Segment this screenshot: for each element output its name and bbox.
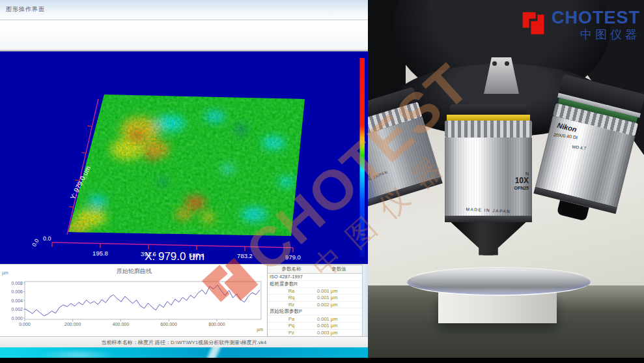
x-tick-label: 783.2 xyxy=(237,252,253,259)
col-param-value: 参数值 xyxy=(315,265,363,274)
y-origin-label: 0.0 xyxy=(43,235,51,242)
param-value: 0.001 µm xyxy=(315,315,363,323)
objective-ofn: OFN25 xyxy=(514,186,529,191)
param-name: Pa xyxy=(268,315,315,323)
profile-chart[interactable]: 0.0080.0060.0040.0020.0000.000200.000400… xyxy=(0,274,268,334)
screw-icon xyxy=(505,61,509,66)
analysis-area: 原始轮廓曲线 µm 0.0080.0060.0040.0020.0000.000… xyxy=(0,264,368,337)
surface-texture xyxy=(59,87,313,259)
param-row[interactable]: Rq0.001 µm xyxy=(268,295,363,302)
profile-x-tick: 400.000 xyxy=(113,322,129,327)
wallpaper-glow xyxy=(39,349,117,358)
surface-3d-plot: 195.8391.6587.4783.2979.0 0.0 0.0 X: 979… xyxy=(0,51,368,264)
objective-body: N 10X OFN25 MADE IN JAPAN xyxy=(445,138,532,216)
param-section-label: 原始轮廓参数P xyxy=(268,308,363,315)
objective-spec: 20X/0.40 DI xyxy=(553,132,578,139)
screenshot-root: 图形操作界面 xyxy=(0,0,644,363)
surface-3d-view[interactable]: 195.8391.6587.4783.2979.0 0.0 0.0 X: 979… xyxy=(0,51,368,264)
profile-x-tick: 200.000 xyxy=(64,322,81,327)
bottom-black-bar xyxy=(0,358,644,363)
param-row[interactable]: Rz0.002 µm xyxy=(268,301,363,308)
profile-x-tick: 0.000 xyxy=(19,322,31,327)
knurled-ring xyxy=(445,121,532,138)
microscope-photo: 50/ IN JAPAN Nikon 20X/0.40 DI WD 4.7 xyxy=(368,0,644,363)
objective-brand: Nikon xyxy=(556,121,578,134)
param-row[interactable]: Pa0.001 µm xyxy=(268,315,363,323)
z-colorbar xyxy=(360,58,365,257)
param-name: Pz xyxy=(268,329,315,336)
x-axis-line xyxy=(52,242,293,248)
param-section-row[interactable]: ISO 4287-1997 xyxy=(268,274,363,281)
sample-pedestal xyxy=(438,293,557,323)
objective-cap xyxy=(450,104,527,115)
param-value: 0.001 µm xyxy=(315,295,363,302)
sample-disc-rim xyxy=(407,267,591,294)
objective-center: N 10X OFN25 MADE IN JAPAN xyxy=(445,104,532,269)
objective-text-block: N 10X OFN25 xyxy=(514,171,529,191)
profile-x-unit: µm xyxy=(257,327,263,332)
x-tick-label: 979.0 xyxy=(285,254,301,261)
objective-madein: MADE IN JAPAN xyxy=(445,205,532,214)
param-section-row[interactable]: 原始轮廓参数P xyxy=(268,308,363,315)
profile-y-tick: 0.008 xyxy=(11,281,23,285)
parameter-panel[interactable]: 参数名称 参数值 ISO 4287-1997粗糙度参数RRa0.001 µmRq… xyxy=(267,265,363,338)
x-tick-label: 195.8 xyxy=(92,250,108,257)
param-value: 0.001 µm xyxy=(315,322,363,329)
wallpaper-streak xyxy=(206,347,222,358)
param-value: 0.003 µm xyxy=(315,329,363,336)
chotest-logo: CHOTEST 中图仪器 xyxy=(520,9,640,40)
chotest-logo-icon xyxy=(520,9,546,39)
objective-wd: WD 4.7 xyxy=(572,144,586,151)
menu-bar: 图形操作界面 xyxy=(0,0,368,20)
profile-x-tick: 600.000 xyxy=(161,322,177,327)
profile-y-tick: 0.002 xyxy=(11,307,23,312)
objective-rim xyxy=(445,216,532,222)
param-name: Pq xyxy=(268,322,315,329)
profile-y-tick: 0.004 xyxy=(11,298,23,303)
toolbar-area xyxy=(0,20,368,50)
status-bar: 当前样本名称：梯度片 路径：D:\WT\WY1视频分析软件测量\梯度片.vk4 xyxy=(0,336,368,348)
param-section-label: ISO 4287-1997 xyxy=(268,274,363,281)
param-value: 0.001 µm xyxy=(315,287,363,295)
param-row[interactable]: Ra0.001 µm xyxy=(268,287,363,295)
desktop-wallpaper xyxy=(0,347,368,358)
status-text: 当前样本名称：梯度片 路径：D:\WT\WY1视频分析软件测量\梯度片.vk4 xyxy=(102,340,266,345)
param-section-label: 粗糙度参数R xyxy=(268,280,363,287)
profile-y-tick: 0.000 xyxy=(11,316,23,321)
menu-item[interactable]: 图形操作界面 xyxy=(6,5,45,14)
cone-nub xyxy=(483,255,494,263)
param-value: 0.002 µm xyxy=(315,301,363,308)
col-param-name: 参数名称 xyxy=(268,265,315,274)
x-axis-title: X: 979.0 um xyxy=(145,250,204,263)
param-table-body: ISO 4287-1997粗糙度参数RRa0.001 µmRq0.001 µmR… xyxy=(268,274,363,339)
measurement-software-window: 图形操作界面 xyxy=(0,0,368,363)
logo-brand-cn: 中图仪器 xyxy=(580,29,640,40)
objective-cone-tip xyxy=(445,222,532,261)
objective-left-madein: IN JAPAN xyxy=(368,170,389,182)
param-table: 参数名称 参数值 ISO 4287-1997粗糙度参数RRa0.001 µmRq… xyxy=(268,265,363,338)
objective-magnification: 10X xyxy=(514,177,529,186)
profile-y-tick: 0.006 xyxy=(11,289,23,294)
param-row[interactable]: Pq0.001 µm xyxy=(268,322,363,329)
x-origin-label: 0.0 xyxy=(31,238,40,248)
profile-x-tick: 800.000 xyxy=(208,322,225,327)
param-section-row[interactable]: 粗糙度参数R xyxy=(268,280,363,287)
logo-brand-text: CHOTEST xyxy=(552,9,640,27)
param-table-header: 参数名称 参数值 xyxy=(268,265,363,274)
param-row[interactable]: Pz0.003 µm xyxy=(268,329,363,336)
param-name: Ra xyxy=(268,287,315,295)
param-name: Rz xyxy=(268,301,315,308)
param-name: Rq xyxy=(268,295,315,302)
screw-icon xyxy=(492,61,497,66)
yellow-ring xyxy=(447,115,530,121)
